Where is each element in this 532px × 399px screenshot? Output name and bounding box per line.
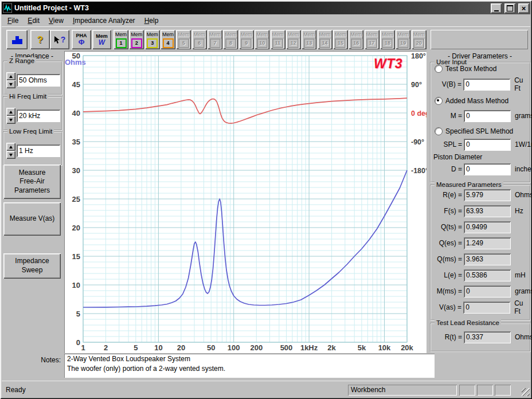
mem-12-button: Mem12 <box>286 30 301 49</box>
mass-field[interactable] <box>464 110 511 122</box>
help-button[interactable]: ? <box>30 30 50 49</box>
frequency-tick-label: 5 <box>134 343 138 352</box>
param-value-field[interactable] <box>464 269 511 281</box>
memory-working-button[interactable]: Mem W <box>92 30 111 49</box>
frequency-tick-label: 50 <box>207 343 215 352</box>
low-freq-spinner <box>6 143 15 159</box>
test-box-method-radio-row[interactable]: Test Box Method <box>435 64 496 73</box>
frequency-tick-label: 5k <box>358 343 366 352</box>
status-text: Ready <box>6 386 26 394</box>
hi-freq-down-button[interactable] <box>6 116 15 124</box>
param-value-field[interactable] <box>464 205 511 217</box>
param-value-field[interactable] <box>464 285 511 298</box>
measure-vas-button[interactable]: Measure V(as) <box>3 202 61 236</box>
mem-label: Mem <box>131 32 142 37</box>
mem-number-box: 2 <box>131 38 142 48</box>
mem-number-box: 5 <box>178 38 189 48</box>
mem-number-box: 10 <box>257 38 268 48</box>
close-icon: × <box>522 5 526 12</box>
vb-field-row: V(B) = Cu Ft <box>430 78 531 91</box>
status-panel-2 <box>477 385 493 396</box>
diameter-field[interactable] <box>464 163 511 175</box>
mem-1-button[interactable]: Mem1 <box>114 30 128 49</box>
low-freq-up-button[interactable] <box>6 143 15 151</box>
param-value-field[interactable] <box>463 302 510 314</box>
param-value-field[interactable] <box>464 253 511 265</box>
menu-edit[interactable]: Edit <box>23 15 44 26</box>
spl-unit: 1W/1m <box>511 140 532 148</box>
maximize-button[interactable] <box>504 3 515 13</box>
mem-9-button: Mem9 <box>239 30 254 49</box>
context-help-button[interactable]: ? <box>50 30 69 49</box>
impedance-sweep-button[interactable]: Impedance Sweep <box>3 253 61 279</box>
mem-2-button[interactable]: Mem2 <box>129 30 144 49</box>
mem-label: Mem <box>303 32 315 37</box>
spl-field[interactable] <box>464 139 511 151</box>
hi-freq-field[interactable] <box>17 109 60 122</box>
chart-display-button[interactable] <box>6 30 28 49</box>
measure-free-air-button[interactable]: Measure Free-Air Parameters <box>3 165 61 199</box>
question-mark-icon: ? <box>37 35 43 45</box>
low-freq-field[interactable] <box>17 144 60 157</box>
mem-number-box: 19 <box>398 38 409 48</box>
mem-6-button: Mem6 <box>192 30 207 49</box>
mem-3-button[interactable]: Mem3 <box>145 30 160 49</box>
vb-label: V(B) = <box>430 80 463 88</box>
notes-textarea[interactable]: 2-Way Vented Box Loudspeaker System The … <box>64 354 435 378</box>
z-range-up-button[interactable] <box>6 72 15 80</box>
low-freq-label: Low Freq Limit <box>7 128 54 135</box>
radio-button[interactable] <box>435 65 443 73</box>
param-name: L(e) = <box>430 271 464 279</box>
menu-view[interactable]: View <box>44 15 68 26</box>
vb-field[interactable] <box>463 79 510 91</box>
title-bar[interactable]: Untitled Project - WT3 × <box>2 2 530 14</box>
close-button[interactable]: × <box>518 3 529 13</box>
ohms-tick-label: 0 <box>76 338 80 347</box>
z-range-down-button[interactable] <box>6 80 15 88</box>
mem-19-button: Mem19 <box>396 30 410 49</box>
mem-label: Mem <box>241 32 252 37</box>
ohms-tick-label: 10 <box>72 281 80 290</box>
up-arrow-icon <box>9 146 13 148</box>
radio-button[interactable] <box>435 97 443 105</box>
param-value-field[interactable] <box>464 189 511 201</box>
mem-number-box: 6 <box>194 38 205 48</box>
mem-number-box: 13 <box>304 38 315 48</box>
menu-file[interactable]: File <box>3 15 23 26</box>
test-lead-label: Test Lead Resistance <box>435 319 501 326</box>
added-mass-method-radio-row[interactable]: Added Mass Method <box>435 96 508 105</box>
resize-grip[interactable] <box>522 388 530 396</box>
app-icon <box>3 3 12 13</box>
memory-button-strip: Mem1Mem2Mem3Mem4Mem5Mem6Mem7Mem8Mem9Mem1… <box>114 30 435 49</box>
param-value-field[interactable] <box>464 237 511 249</box>
hi-freq-up-button[interactable] <box>6 108 15 116</box>
mem-11-button: Mem11 <box>271 30 285 49</box>
low-freq-down-button[interactable] <box>6 151 15 159</box>
toolbar: ? ? PHA Φ Mem W Mem1Mem2Mem3Mem4Mem5Mem6… <box>2 26 530 52</box>
menu-impedance-analyzer[interactable]: Impedance Analyzer <box>68 15 140 26</box>
phase-toggle-button[interactable]: PHA Φ <box>72 30 91 49</box>
minimize-button[interactable] <box>491 3 502 13</box>
menu-help[interactable]: Help <box>140 15 163 26</box>
z-range-field[interactable] <box>17 74 60 87</box>
mem-label: Mem <box>350 32 362 37</box>
rt-field[interactable] <box>464 331 511 343</box>
mem-label: Mem <box>288 32 299 37</box>
measured-row: F(s) =Hz <box>430 205 523 217</box>
param-value-field[interactable] <box>464 221 511 233</box>
spl-method-radio-row[interactable]: Specified SPL Method <box>435 127 513 136</box>
low-freq-group: Low Freq Limit <box>3 131 62 166</box>
radio-button[interactable] <box>435 127 443 135</box>
status-panel-1 <box>459 385 475 396</box>
mem-label: Mem <box>178 32 189 37</box>
phase-tick-label: 0 deg <box>411 109 427 118</box>
app-window: Untitled Project - WT3 × File Edit View … <box>0 0 532 399</box>
radio-label: Specified SPL Method <box>445 127 513 135</box>
mem-4-button[interactable]: Mem4 <box>161 30 175 49</box>
param-unit: Cu Ft <box>510 299 531 315</box>
mem-label: Mem <box>194 32 205 37</box>
notes-line: The woofer (only) portion of a 2-way ven… <box>67 364 432 374</box>
piston-diameter-label: Piston Diameter <box>433 153 482 161</box>
mem-number-box: 18 <box>382 38 393 48</box>
z-range-spinner <box>6 72 15 88</box>
